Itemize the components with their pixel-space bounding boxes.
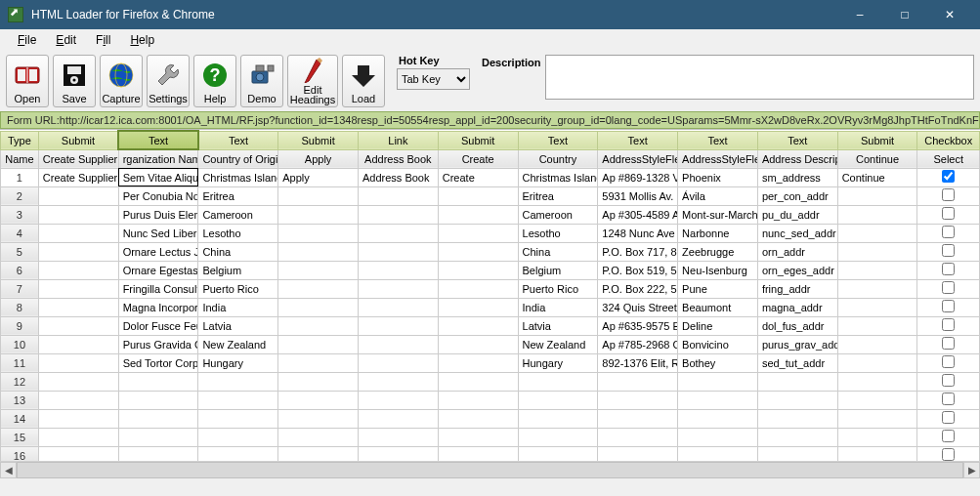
grid-cell[interactable] — [278, 186, 359, 205]
row-number[interactable]: 10 — [1, 335, 39, 353]
grid-cell[interactable] — [518, 372, 598, 391]
grid-cell[interactable]: India — [518, 298, 598, 316]
grid-cell[interactable] — [518, 409, 598, 428]
grid-cell[interactable]: Purus Gravida C — [118, 335, 198, 353]
settings-button[interactable]: Settings — [147, 55, 190, 107]
grid-cell[interactable]: Per Conubia No — [118, 186, 198, 205]
select-checkbox[interactable] — [942, 281, 955, 294]
grid-cell[interactable]: Beaumont — [678, 298, 758, 316]
column-type-header[interactable]: Submit — [837, 131, 917, 149]
select-checkbox[interactable] — [942, 430, 955, 442]
grid-cell[interactable]: 1248 Nunc Ave — [598, 224, 678, 242]
grid-cell[interactable] — [438, 279, 518, 298]
grid-cell[interactable] — [38, 261, 118, 279]
grid-cell[interactable] — [438, 391, 518, 409]
grid-cell[interactable]: China — [198, 242, 278, 261]
grid-cell[interactable] — [358, 261, 438, 279]
grid-cell[interactable] — [38, 186, 118, 205]
column-type-header[interactable]: Checkbox — [917, 131, 980, 149]
select-checkbox-cell[interactable] — [917, 168, 980, 186]
menu-file[interactable]: File — [10, 31, 44, 49]
grid-cell[interactable]: Hungary — [518, 353, 598, 372]
grid-cell[interactable] — [757, 409, 837, 428]
scroll-right-arrow[interactable]: ▶ — [963, 462, 980, 478]
grid-cell[interactable] — [438, 428, 518, 446]
grid-cell[interactable] — [278, 205, 359, 224]
grid-cell[interactable] — [198, 372, 278, 391]
grid-cell[interactable] — [278, 298, 359, 316]
grid-cell[interactable] — [278, 353, 359, 372]
grid-cell[interactable]: 892-1376 Elit, R — [598, 353, 678, 372]
column-type-header[interactable]: Text — [598, 131, 678, 149]
row-number[interactable]: 15 — [1, 428, 39, 446]
grid-cell[interactable] — [837, 409, 917, 428]
select-checkbox[interactable] — [942, 226, 955, 238]
row-number[interactable]: 9 — [1, 316, 39, 335]
grid-cell[interactable]: Dolor Fusce Feu — [118, 316, 198, 335]
column-name-header[interactable]: Create — [438, 149, 518, 168]
minimize-button[interactable]: – — [837, 0, 882, 29]
grid-cell[interactable]: sm_address — [757, 168, 837, 186]
grid-cell[interactable]: Ornare Egestas — [118, 261, 198, 279]
grid-cell[interactable]: Pune — [678, 279, 758, 298]
grid-cell[interactable] — [598, 391, 678, 409]
row-number[interactable]: 12 — [1, 372, 39, 391]
grid-cell[interactable] — [358, 242, 438, 261]
grid-cell[interactable]: orn_addr — [757, 242, 837, 261]
grid-cell[interactable]: Ap #785-2968 C — [598, 335, 678, 353]
grid-cell[interactable]: New Zealand — [198, 335, 278, 353]
menu-help[interactable]: Help — [122, 31, 162, 49]
grid-cell[interactable] — [518, 428, 598, 446]
grid-cell[interactable] — [757, 391, 837, 409]
grid-cell[interactable] — [278, 409, 359, 428]
row-number[interactable]: 13 — [1, 391, 39, 409]
column-name-header[interactable]: Continue — [837, 149, 917, 168]
table-row[interactable]: 8Magna IncorporIndiaIndia324 Quis Street… — [1, 298, 980, 316]
select-checkbox-cell[interactable] — [917, 298, 980, 316]
select-checkbox-cell[interactable] — [917, 261, 980, 279]
grid-cell[interactable] — [518, 391, 598, 409]
grid-cell[interactable] — [198, 409, 278, 428]
select-checkbox[interactable] — [942, 244, 955, 257]
grid-cell[interactable]: Neu-Isenburg — [678, 261, 758, 279]
grid-cell[interactable]: New Zealand — [518, 335, 598, 353]
maximize-button[interactable]: □ — [882, 0, 927, 29]
grid-cell[interactable]: Narbonne — [678, 224, 758, 242]
column-name-header[interactable]: rganization Name — [118, 149, 198, 168]
grid-cell[interactable]: Address Book — [358, 168, 438, 186]
select-checkbox-cell[interactable] — [917, 391, 980, 409]
column-type-header[interactable]: Submit — [38, 131, 118, 149]
grid-cell[interactable] — [598, 409, 678, 428]
grid-cell[interactable]: sed_tut_addr — [757, 353, 837, 372]
grid-cell[interactable] — [598, 372, 678, 391]
grid-cell[interactable] — [278, 242, 359, 261]
grid-cell[interactable] — [38, 316, 118, 335]
column-type-header[interactable]: Submit — [438, 131, 518, 149]
grid-cell[interactable] — [837, 353, 917, 372]
grid-cell[interactable] — [438, 353, 518, 372]
grid-cell[interactable] — [438, 335, 518, 353]
select-checkbox-cell[interactable] — [917, 186, 980, 205]
row-number[interactable]: 1 — [1, 168, 39, 186]
grid-cell[interactable]: Ap #869-1328 V — [598, 168, 678, 186]
description-input[interactable] — [545, 55, 974, 100]
grid-cell[interactable] — [837, 205, 917, 224]
edit-headings-button[interactable]: EditHeadings — [287, 55, 338, 107]
column-name-header[interactable]: Select — [917, 149, 980, 168]
grid-cell[interactable]: fring_addr — [757, 279, 837, 298]
grid-cell[interactable] — [38, 298, 118, 316]
column-name-header[interactable]: Country — [518, 149, 598, 168]
grid-cell[interactable] — [837, 372, 917, 391]
grid-cell[interactable] — [198, 391, 278, 409]
column-name-header[interactable]: Address Book — [358, 149, 438, 168]
grid-cell[interactable] — [358, 335, 438, 353]
grid-cell[interactable] — [598, 428, 678, 446]
grid-cell[interactable]: pu_du_addr — [757, 205, 837, 224]
select-checkbox-cell[interactable] — [917, 335, 980, 353]
grid-cell[interactable] — [358, 428, 438, 446]
grid-cell[interactable]: Hungary — [198, 353, 278, 372]
grid-cell[interactable] — [38, 242, 118, 261]
select-checkbox[interactable] — [942, 207, 955, 220]
grid-cell[interactable]: per_con_addr — [757, 186, 837, 205]
column-name-header[interactable]: Address Descriptio — [757, 149, 837, 168]
